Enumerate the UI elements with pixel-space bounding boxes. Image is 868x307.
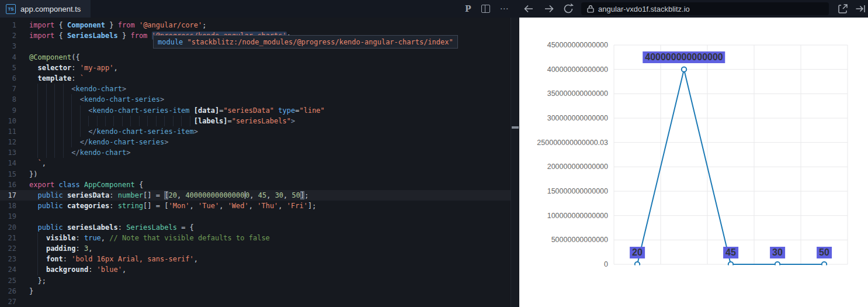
typescript-file-icon: TS [6, 4, 16, 14]
open-external-icon [836, 2, 849, 15]
code-line[interactable]: 8 <kendo-chart-series> [0, 94, 519, 105]
code-token: '@angular/core' [139, 21, 202, 29]
code-line[interactable]: 18 public categories: string[] = ['Mon',… [0, 201, 519, 211]
code-token: } [29, 287, 33, 295]
preview-forward-button[interactable] [542, 2, 556, 16]
code-line[interactable]: 13 </kendo-chart> [0, 147, 519, 158]
indent-guide [46, 137, 47, 147]
preview-refresh-button[interactable] [561, 2, 575, 16]
code-token: ; [304, 191, 308, 199]
code-token: background [46, 265, 88, 274]
split-editor-button[interactable] [481, 5, 490, 13]
line-number: 7 [0, 84, 16, 94]
code-line[interactable]: 27 [0, 296, 519, 307]
code-token: 'blue' [97, 265, 122, 274]
code-token: , [122, 265, 126, 274]
code-line[interactable]: 12 </kendo-chart-series> [0, 137, 519, 147]
code-token: , [88, 244, 92, 253]
indent-guide [97, 116, 98, 126]
code-token: : [88, 265, 96, 274]
code-token [190, 106, 194, 115]
code-line[interactable]: 9 <kendo-chart-series-item [data]="serie… [0, 105, 519, 116]
indent-guide [37, 243, 38, 254]
line-number: 11 [0, 126, 16, 137]
code-line[interactable]: 16export class AppComponent { [0, 180, 519, 190]
indent-guide [54, 126, 55, 137]
code-token: , [194, 255, 198, 263]
indent-guide [63, 105, 64, 116]
code-area[interactable]: 1import { Component } from '@angular/cor… [0, 20, 519, 307]
code-line[interactable]: 7 <kendo-chart> [0, 84, 519, 94]
split-editor-icon [481, 5, 490, 13]
code-token: public [37, 223, 63, 232]
y-axis-tick-label: 150000000000000 [519, 187, 608, 195]
tab-app-component-ts[interactable]: TS app.component.ts [0, 0, 91, 18]
dock-preview-button[interactable] [854, 2, 867, 15]
preview-back-button[interactable] [522, 2, 536, 16]
code-line[interactable]: 5 selector: 'my-app', [0, 63, 519, 73]
y-axis-tick-label: 250000000000000.03 [519, 139, 608, 147]
more-actions-button[interactable]: ⋯ [500, 4, 509, 14]
indent-guide [37, 94, 38, 105]
line-number: 5 [0, 63, 16, 73]
line-number: 24 [0, 264, 16, 275]
code-line[interactable]: 17 public seriesData: number[] = [20, 40… [0, 190, 519, 201]
code-token [63, 223, 67, 232]
code-token: : [75, 244, 84, 253]
indent-guide [147, 116, 148, 126]
open-in-new-window-button[interactable] [836, 2, 849, 15]
kendo-line-chart: 4500000000000004000000000000003500000000… [519, 18, 868, 307]
code-token: seriesLabels [67, 223, 118, 232]
code-editor-pane[interactable]: 1import { Component } from '@angular/cor… [0, 18, 519, 307]
series-data-label: 45 [723, 247, 738, 258]
code-token: [] = [143, 191, 164, 199]
code-line[interactable]: 23 font: 'bold 16px Arial, sans-serif', [0, 254, 519, 264]
code-token: number [118, 191, 143, 199]
code-token [29, 85, 71, 93]
code-token: kendo-chart-series-item [97, 127, 194, 136]
y-axis-tick-label: 300000000000000 [519, 114, 608, 122]
code-token: categories [67, 202, 109, 210]
code-token [29, 191, 37, 199]
line-number: 15 [0, 169, 16, 180]
code-line[interactable]: 10 [labels]="seriesLabels"> [0, 116, 519, 126]
code-token: > [291, 117, 295, 125]
code-line[interactable]: 6 template: ` [0, 73, 519, 84]
code-token: 'Mon' [168, 202, 189, 210]
code-token: from [118, 21, 135, 29]
code-line[interactable]: 24 background: 'blue', [0, 264, 519, 275]
indent-guide [71, 116, 72, 126]
code-token: seriesData [67, 191, 109, 199]
code-token: [labels] [194, 117, 228, 125]
code-token: } [118, 32, 131, 40]
indent-guide [37, 84, 38, 94]
code-token: > [126, 149, 130, 157]
code-token: </ [88, 127, 96, 136]
line-number: 8 [0, 94, 16, 105]
code-token: "seriesData" [223, 106, 274, 115]
code-line[interactable]: 19 [0, 211, 519, 222]
code-token: "seriesLabels" [232, 117, 291, 125]
code-line[interactable]: 14 `, [0, 158, 519, 168]
code-line[interactable]: 11 </kendo-chart-series-item> [0, 126, 519, 137]
indent-guide [54, 116, 55, 126]
code-line[interactable]: 26} [0, 286, 519, 296]
code-line[interactable]: 20 public seriesLabels: SeriesLabels = { [0, 222, 519, 233]
code-token: 'Thu' [257, 202, 278, 210]
line-number: 3 [0, 41, 16, 51]
indent-guide [63, 137, 64, 147]
code-line[interactable]: 15}) [0, 169, 519, 180]
code-line[interactable]: 25 }; [0, 275, 519, 286]
code-line[interactable]: 21 visible: true, // Note that visible d… [0, 233, 519, 243]
code-line[interactable]: 1import { Component } from '@angular/cor… [0, 20, 519, 30]
code-token: 30 [275, 191, 283, 199]
prettier-format-button[interactable]: P [465, 4, 471, 13]
indent-guide [46, 147, 47, 158]
preview-url-bar[interactable]: angular-vxdo1f.stackblitz.io [581, 2, 829, 15]
code-token: template [37, 74, 71, 82]
code-token: { [54, 21, 67, 29]
editor-scrollbar[interactable] [511, 18, 519, 307]
indent-guide [80, 105, 81, 116]
code-line[interactable]: 22 padding: 3, [0, 243, 519, 254]
code-line[interactable]: 4@Component({ [0, 52, 519, 63]
